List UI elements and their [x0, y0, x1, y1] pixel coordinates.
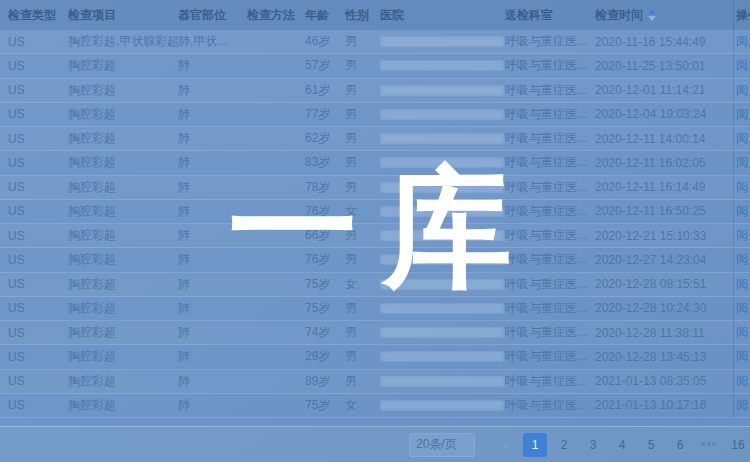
table-row[interactable]: US胸腔彩超肺75岁女呼吸与重症医...2021-01-13 10:17:16阅…	[0, 394, 750, 418]
table-row[interactable]: US胸腔彩超肺89岁男呼吸与重症医...2021-01-13 08:35:05阅…	[0, 370, 750, 394]
chevron-down-icon: ▾	[463, 440, 468, 449]
cell-age: 62岁	[305, 130, 345, 147]
column-header-label: 器官部位	[178, 7, 226, 24]
cell-organ: 肺	[178, 82, 247, 99]
page-button-4[interactable]: 4	[610, 433, 634, 457]
cell-hospital	[380, 157, 505, 168]
page-button-3[interactable]: 3	[581, 433, 605, 457]
view-image-link[interactable]: 阅片	[736, 325, 750, 339]
cell-hospital	[380, 230, 505, 241]
cell-type: US	[8, 277, 68, 291]
page-size-select[interactable]: 20条/页 ▾	[409, 433, 475, 457]
column-header-label: 检查类型	[8, 7, 56, 24]
cell-age: 75岁	[305, 397, 345, 414]
cell-age: 76岁	[305, 251, 345, 268]
sort-caret-icon[interactable]	[648, 9, 656, 21]
table-row[interactable]: US胸腔彩超肺76岁女呼吸与重症医...2020-12-11 16:50:25阅…	[0, 200, 750, 224]
cell-time: 2020-12-28 11:38:11	[595, 326, 736, 340]
view-image-link[interactable]: 阅片	[736, 107, 750, 121]
table-row[interactable]: US胸腔彩超肺57岁男呼吸与重症医...2020-11-25 13:50:01阅…	[0, 54, 750, 78]
hospital-redacted-block	[380, 206, 504, 217]
table-row[interactable]: US胸腔彩超,甲状腺彩超肺,甲状...46岁男呼吸与重症医...2020-11-…	[0, 30, 750, 54]
page-button-5[interactable]: 5	[639, 433, 663, 457]
page-button-16[interactable]: 16	[726, 433, 750, 457]
table-row[interactable]: US胸腔彩超肺75岁男呼吸与重症医...2020-12-28 10:24:30阅…	[0, 297, 750, 321]
cell-gender: 男	[345, 179, 380, 196]
prev-page-button[interactable]: ‹	[494, 433, 518, 457]
page-size-label: 20条/页	[416, 436, 457, 453]
table-row[interactable]: US胸腔彩超肺66岁男呼吸与重症医...2020-12-21 15:10:33阅…	[0, 224, 750, 248]
view-image-link[interactable]: 阅片	[736, 204, 750, 218]
column-header-label: 检查项目	[68, 7, 116, 24]
cell-gender: 男	[345, 373, 380, 390]
cell-dept: 呼吸与重症医...	[505, 348, 595, 365]
cell-age: 46岁	[305, 33, 345, 50]
view-image-link[interactable]: 阅片	[736, 228, 750, 242]
cell-hospital	[380, 85, 505, 96]
table-row[interactable]: US胸腔彩超肺78岁男呼吸与重症医...2020-12-11 16:14:49阅…	[0, 176, 750, 200]
cell-dept: 呼吸与重症医...	[505, 373, 595, 390]
cell-dept: 呼吸与重症医...	[505, 154, 595, 171]
view-image-link[interactable]: 阅片	[736, 131, 750, 145]
cell-age: 89岁	[305, 373, 345, 390]
cell-gender: 男	[345, 348, 380, 365]
cell-item: 胸腔彩超	[68, 300, 178, 317]
hospital-redacted-block	[380, 376, 504, 387]
view-image-link[interactable]: 阅片	[736, 34, 750, 48]
column-header-time[interactable]: 检查时间	[595, 7, 736, 24]
cell-type: US	[8, 398, 68, 412]
column-header-label: 检查方法	[247, 7, 295, 24]
cell-age: 77岁	[305, 106, 345, 123]
page-buttons: 123456•••16	[518, 433, 750, 457]
cell-action: 阅片	[736, 130, 750, 147]
view-image-link[interactable]: 阅片	[736, 301, 750, 315]
cell-organ: 肺	[178, 227, 247, 244]
cell-age: 76岁	[305, 203, 345, 220]
table-row[interactable]: US胸腔彩超肺74岁男呼吸与重症医...2020-12-28 11:38:11阅…	[0, 321, 750, 345]
cell-dept: 呼吸与重症医...	[505, 251, 595, 268]
column-header-label: 送检科室	[505, 7, 553, 24]
column-header-age: 年龄	[305, 7, 345, 24]
table-row[interactable]: US胸腔彩超肺61岁男呼吸与重症医...2020-12-01 11:14:21阅…	[0, 79, 750, 103]
cell-dept: 呼吸与重症医...	[505, 106, 595, 123]
page-button-2[interactable]: 2	[552, 433, 576, 457]
cell-hospital	[380, 109, 505, 120]
view-image-link[interactable]: 阅片	[736, 398, 750, 412]
cell-age: 66岁	[305, 227, 345, 244]
table-row[interactable]: US胸腔彩超肺29岁男呼吸与重症医...2020-12-28 13:45:13阅…	[0, 345, 750, 369]
view-image-link[interactable]: 阅片	[736, 252, 750, 266]
page-button-6[interactable]: 6	[668, 433, 692, 457]
cell-dept: 呼吸与重症医...	[505, 130, 595, 147]
cell-time: 2020-12-11 16:14:49	[595, 180, 736, 194]
view-image-link[interactable]: 阅片	[736, 58, 750, 72]
cell-item: 胸腔彩超,甲状腺彩超	[68, 33, 178, 50]
hospital-redacted-block	[380, 109, 504, 120]
table-row[interactable]: US胸腔彩超肺77岁男呼吸与重症医...2020-12-04 19:03:24阅…	[0, 103, 750, 127]
cell-hospital	[380, 206, 505, 217]
table-row[interactable]: US胸腔彩超肺75岁女呼吸与重症医...2020-12-28 08:15:51阅…	[0, 273, 750, 297]
cell-organ: 肺	[178, 130, 247, 147]
view-image-link[interactable]: 阅片	[736, 374, 750, 388]
cell-hospital	[380, 400, 505, 411]
cell-gender: 男	[345, 33, 380, 50]
cell-type: US	[8, 180, 68, 194]
table-row[interactable]: US胸腔彩超肺76岁男呼吸与重症医...2020-12-27 14:23:04阅…	[0, 248, 750, 272]
cell-item: 胸腔彩超	[68, 57, 178, 74]
table-row[interactable]: US胸腔彩超肺62岁男呼吸与重症医...2020-12-11 14:00:14阅…	[0, 127, 750, 151]
cell-action: 阅片	[736, 33, 750, 50]
cell-dept: 呼吸与重症医...	[505, 276, 595, 293]
cell-age: 29岁	[305, 348, 345, 365]
view-image-link[interactable]: 阅片	[736, 83, 750, 97]
view-image-link[interactable]: 阅片	[736, 180, 750, 194]
cell-hospital	[380, 327, 505, 338]
view-image-link[interactable]: 阅片	[736, 277, 750, 291]
cell-hospital	[380, 351, 505, 362]
view-image-link[interactable]: 阅片	[736, 155, 750, 169]
table-row[interactable]: US胸腔彩超肺83岁男呼吸与重症医...2020-12-11 16:02:05阅…	[0, 151, 750, 175]
cell-time: 2020-12-28 08:15:51	[595, 277, 736, 291]
page-button-1[interactable]: 1	[523, 433, 547, 457]
page-ellipsis[interactable]: •••	[697, 433, 721, 457]
view-image-link[interactable]: 阅片	[736, 349, 750, 363]
hospital-redacted-block	[380, 157, 504, 168]
hospital-redacted-block	[380, 133, 504, 144]
